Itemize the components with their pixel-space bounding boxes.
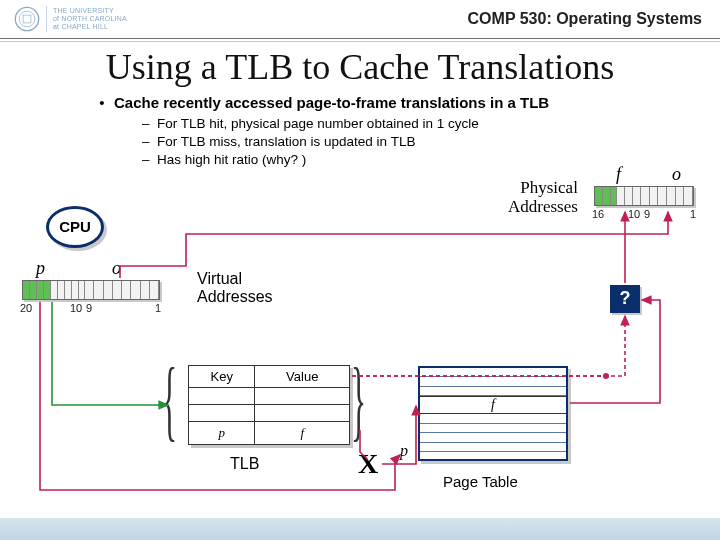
- svg-point-3: [603, 373, 609, 379]
- logo: THE UNIVERSITY of NORTH CAROLINA at CHAP…: [14, 6, 127, 32]
- tick: 16: [592, 208, 604, 220]
- bullet-block: •Cache recently accessed page-to-frame t…: [90, 94, 720, 170]
- va-o-label: o: [112, 258, 121, 279]
- sub-bullet: – Has high hit ratio (why? ): [142, 151, 720, 169]
- cpu-block: CPU: [46, 206, 104, 248]
- tick: 9: [644, 208, 650, 220]
- qmark-text: ?: [620, 288, 631, 309]
- divider: [0, 41, 720, 42]
- slide-title: Using a TLB to Cache Translations: [0, 46, 720, 88]
- va-p-label: p: [36, 258, 45, 279]
- tlb-label: TLB: [230, 455, 259, 473]
- page-table-f-row: f: [420, 396, 566, 414]
- diagram: Physical Addresses f o 16 10 9 1 CPU p o…: [0, 170, 720, 540]
- sub-bullet-text: Has high hit ratio (why? ): [157, 152, 306, 167]
- brace-icon: }: [351, 348, 366, 451]
- brace-icon: {: [162, 348, 177, 451]
- tlb-p: p: [189, 422, 255, 445]
- virtual-addresses-label: Virtual Addresses: [197, 270, 273, 307]
- tick: 1: [690, 208, 696, 220]
- svg-rect-2: [23, 15, 31, 23]
- bullet-main-text: Cache recently accessed page-to-frame tr…: [114, 94, 549, 111]
- sub-bullet: – For TLB hit, physical page number obta…: [142, 115, 720, 133]
- svg-point-1: [19, 11, 35, 27]
- course-title: COMP 530: Operating Systems: [468, 10, 702, 28]
- tlb-col-value: Value: [255, 365, 350, 388]
- sub-bullet-text: For TLB miss, translation is updated in …: [157, 134, 415, 149]
- svg-point-0: [15, 7, 38, 30]
- sub-bullet: – For TLB miss, translation is updated i…: [142, 133, 720, 151]
- miss-x-mark: X: [358, 448, 378, 480]
- bullet-main: •Cache recently accessed page-to-frame t…: [90, 94, 720, 111]
- va-label-text: Virtual Addresses: [197, 270, 273, 305]
- cpu-label: CPU: [59, 218, 91, 235]
- footer-bar: [0, 518, 720, 540]
- divider: [0, 38, 720, 39]
- page-table-p-input: p: [400, 442, 408, 460]
- lookup-result-box: ?: [610, 285, 640, 313]
- header: THE UNIVERSITY of NORTH CAROLINA at CHAP…: [0, 0, 720, 36]
- tick: 20: [20, 302, 32, 314]
- virtual-address-box: [22, 280, 160, 300]
- physical-address-box: [594, 186, 694, 206]
- univ-line: of NORTH CAROLINA: [53, 15, 127, 23]
- univ-line: at CHAPEL HILL: [53, 23, 127, 31]
- univ-line: THE UNIVERSITY: [53, 7, 127, 15]
- unc-seal-icon: [14, 6, 40, 32]
- page-table: f: [418, 366, 568, 461]
- pa-o-label: o: [672, 164, 681, 185]
- pa-f-label: f: [616, 164, 621, 185]
- univ-name: THE UNIVERSITY of NORTH CAROLINA at CHAP…: [53, 7, 127, 31]
- tlb-f: f: [255, 422, 350, 445]
- sub-bullet-text: For TLB hit, physical page number obtain…: [157, 116, 479, 131]
- tick: 9: [86, 302, 92, 314]
- tick: 10: [70, 302, 82, 314]
- tick: 1: [155, 302, 161, 314]
- pa-label-text: Physical Addresses: [508, 178, 578, 217]
- page-table-label: Page Table: [443, 473, 518, 490]
- tlb-col-key: Key: [189, 365, 255, 388]
- tlb-table: KeyValue pf: [188, 365, 350, 445]
- physical-addresses-label: Physical Addresses: [508, 178, 578, 217]
- tick: 10: [628, 208, 640, 220]
